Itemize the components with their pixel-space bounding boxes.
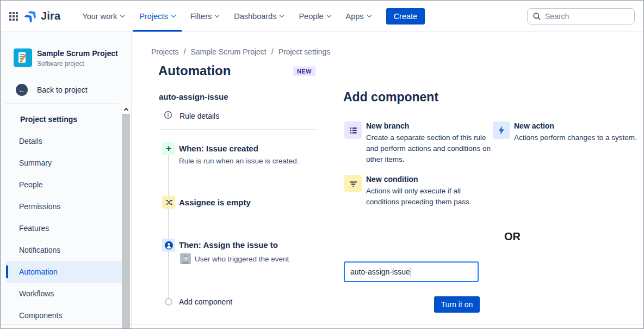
rule-connector-line bbox=[168, 155, 169, 298]
new-action-description: Actions perform changes to a system. bbox=[514, 132, 637, 143]
settings-menu: Project settings Details Summary People … bbox=[1, 108, 125, 326]
project-settings-sidebar: Sample Scrum Project Software project ← … bbox=[1, 32, 132, 328]
main-content: Projects / Sample Scrum Project / Projec… bbox=[133, 32, 643, 328]
rule-details-label: Rule details bbox=[179, 112, 219, 120]
add-component-step[interactable]: Add component bbox=[179, 297, 232, 306]
back-to-project[interactable]: ← Back to project bbox=[1, 82, 120, 101]
chevron-up-icon bbox=[123, 107, 128, 112]
nav-item-apps[interactable]: Apps bbox=[338, 1, 379, 32]
rule-divider bbox=[159, 129, 317, 130]
jira-logo[interactable]: Jira bbox=[26, 10, 60, 22]
chevron-down-icon bbox=[171, 13, 175, 17]
rule-name-input-value: auto-assign-issue bbox=[350, 267, 410, 276]
sidebar-item-details[interactable]: Details bbox=[6, 130, 125, 152]
action-user-icon bbox=[162, 239, 175, 252]
trigger-step-description: Rule is run when an issue is created. bbox=[179, 157, 299, 165]
sidebar-divider bbox=[5, 103, 119, 104]
rule-name-heading: auto-assign-issue bbox=[159, 92, 228, 101]
action-step-value: User who triggered the event bbox=[195, 255, 289, 263]
sidebar-scrollbar[interactable] bbox=[122, 104, 130, 328]
sidebar-item-people[interactable]: People bbox=[6, 174, 125, 196]
svg-text:?: ? bbox=[184, 256, 188, 263]
new-condition-description: Actions will only execute if all conditi… bbox=[366, 186, 496, 208]
new-badge: NEW bbox=[293, 66, 315, 76]
branch-list-icon[interactable] bbox=[344, 121, 362, 139]
rule-details-row[interactable]: Rule details bbox=[164, 111, 219, 121]
breadcrumb-separator: / bbox=[184, 47, 186, 56]
sidebar-item-summary[interactable]: Summary bbox=[6, 152, 125, 174]
settings-menu-header: Project settings bbox=[1, 108, 125, 130]
unknown-user-avatar: ? bbox=[180, 253, 191, 264]
chevron-down-icon bbox=[367, 13, 371, 17]
sidebar-item-workflows[interactable]: Workflows bbox=[6, 283, 125, 304]
chevron-down-icon bbox=[326, 13, 331, 17]
filter-icon[interactable] bbox=[344, 175, 362, 192]
arrow-left-icon: ← bbox=[16, 84, 28, 96]
new-branch-title[interactable]: New branch bbox=[366, 121, 409, 130]
breadcrumb-separator: / bbox=[271, 47, 274, 56]
sidebar-item-automation[interactable]: Automation bbox=[6, 261, 125, 283]
jira-mark-icon bbox=[23, 8, 40, 25]
or-label: OR bbox=[504, 230, 521, 243]
breadcrumb-project-settings[interactable]: Project settings bbox=[278, 47, 331, 56]
nav-item-projects[interactable]: Projects bbox=[132, 1, 182, 32]
trigger-plus-icon: + bbox=[162, 142, 175, 155]
project-type: Software project bbox=[37, 60, 84, 68]
sidebar-item-notifications[interactable]: Notifications bbox=[6, 239, 125, 261]
action-step-title[interactable]: Then: Assign the issue to bbox=[179, 240, 278, 249]
new-condition-title[interactable]: New condition bbox=[366, 175, 418, 184]
breadcrumb: Projects / Sample Scrum Project / Projec… bbox=[151, 47, 330, 56]
nav-item-people[interactable]: People bbox=[291, 1, 338, 32]
chevron-down-icon bbox=[120, 13, 125, 17]
turn-it-on-button[interactable]: Turn it on bbox=[434, 296, 480, 313]
project-name: Sample Scrum Project bbox=[37, 49, 118, 58]
breadcrumb-projects[interactable]: Projects bbox=[151, 47, 179, 56]
search-input[interactable] bbox=[527, 8, 635, 25]
scroll-up-button[interactable] bbox=[122, 104, 130, 114]
new-branch-description: Create a separate section of this rule a… bbox=[366, 132, 496, 165]
breadcrumb-project[interactable]: Sample Scrum Project bbox=[190, 47, 266, 56]
add-component-circle-icon bbox=[165, 298, 172, 306]
project-avatar bbox=[14, 48, 32, 67]
app-switcher-icon[interactable] bbox=[9, 12, 18, 21]
rule-name-input[interactable]: auto-assign-issue bbox=[344, 261, 479, 282]
condition-step-title[interactable]: Assignee is empty bbox=[179, 198, 251, 207]
trigger-step-title[interactable]: When: Issue created bbox=[179, 144, 258, 153]
primary-nav: Your work Projects Filters Dashboards Pe… bbox=[75, 1, 378, 32]
sidebar-item-components[interactable]: Components bbox=[6, 304, 125, 326]
chevron-down-icon bbox=[280, 13, 284, 17]
nav-item-dashboards[interactable]: Dashboards bbox=[226, 1, 291, 32]
search-container bbox=[527, 8, 635, 25]
text-caret bbox=[411, 267, 412, 277]
chevron-down-icon bbox=[215, 13, 219, 17]
page-title: Automation bbox=[158, 63, 231, 78]
nav-item-filters[interactable]: Filters bbox=[183, 1, 226, 32]
scrollbar-thumb[interactable] bbox=[122, 114, 130, 328]
create-button[interactable]: Create bbox=[386, 8, 425, 25]
new-action-title[interactable]: New action bbox=[514, 121, 554, 130]
lightning-icon[interactable] bbox=[493, 121, 510, 139]
add-component-title: Add component bbox=[343, 90, 438, 105]
bottom-divider bbox=[1, 325, 643, 325]
jira-logo-text: Jira bbox=[41, 10, 60, 22]
search-icon bbox=[532, 12, 541, 22]
info-icon bbox=[164, 111, 172, 121]
nav-item-your-work[interactable]: Your work bbox=[75, 1, 132, 32]
condition-shuffle-icon bbox=[162, 196, 175, 209]
top-navbar: Jira Your work Projects Filters Dashboar… bbox=[1, 1, 643, 32]
jira-window: Jira Your work Projects Filters Dashboar… bbox=[0, 0, 644, 329]
sidebar-item-permissions[interactable]: Permissions bbox=[6, 196, 125, 217]
sidebar-item-features[interactable]: Features bbox=[6, 217, 125, 239]
